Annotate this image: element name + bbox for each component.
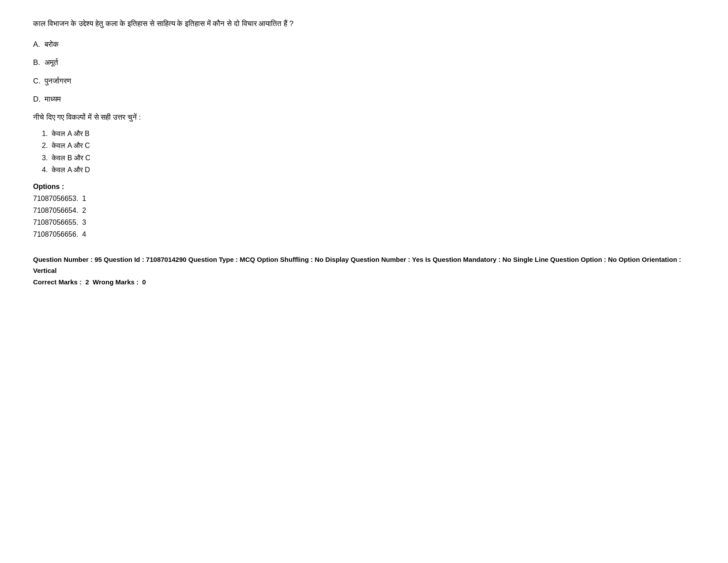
- correct-marks-label: Correct Marks :: [33, 278, 82, 286]
- option-d-label: D.: [33, 95, 41, 103]
- choice-4-text: केवल A और D: [52, 166, 90, 174]
- option-id-1: 71087056653. 1: [33, 193, 695, 204]
- option-id-1-value: 71087056653.: [33, 195, 78, 202]
- wrong-marks-value: 0: [142, 278, 146, 286]
- option-id-2: 71087056654. 2: [33, 204, 695, 216]
- option-id-3-value: 71087056655.: [33, 219, 78, 226]
- option-a-text: बरोक: [45, 40, 59, 49]
- option-c-label: C.: [33, 77, 41, 85]
- choices-list: 1. केवल A और B 2. केवल A और C 3. केवल B …: [42, 128, 695, 176]
- choice-3-number: 3.: [42, 154, 48, 162]
- option-b: B. अमूर्त: [33, 57, 695, 68]
- option-a-label: A.: [33, 40, 40, 49]
- choice-2: 2. केवल A और C: [42, 140, 695, 151]
- choice-1-number: 1.: [42, 130, 48, 137]
- option-id-3: 71087056655. 3: [33, 216, 695, 228]
- question-text: काल विभाजन के उद्देश्य हेतु कला के इतिहा…: [33, 18, 695, 30]
- option-a: A. बरोक: [33, 38, 695, 50]
- meta-info: Question Number : 95 Question Id : 71087…: [33, 254, 695, 276]
- choice-3: 3. केवल B और C: [42, 152, 695, 164]
- marks-info: Correct Marks : 2 Wrong Marks : 0: [33, 276, 695, 288]
- option-id-4-num: 4: [82, 230, 86, 238]
- option-d-text: माध्यम: [45, 95, 61, 103]
- choice-1: 1. केवल A और B: [42, 128, 695, 140]
- option-id-1-num: 1: [82, 195, 86, 202]
- wrong-marks-label: Wrong Marks :: [93, 278, 139, 286]
- choice-3-text: केवल B और C: [52, 154, 90, 162]
- choice-2-text: केवल A और C: [52, 142, 90, 149]
- option-id-4-value: 71087056656.: [33, 230, 78, 238]
- option-ids-list: 71087056653. 1 71087056654. 2 7108705665…: [33, 193, 695, 241]
- sub-question-text: नीचे दिए गए विकल्पों में से सही उत्तर चु…: [33, 111, 695, 123]
- options-list: A. बरोक B. अमूर्त C. पुनर्जागरण D. माध्य…: [33, 38, 695, 105]
- correct-marks-value: 2: [85, 278, 89, 286]
- question-container: काल विभाजन के उद्देश्य हेतु कला के इतिहा…: [33, 18, 695, 287]
- choice-2-number: 2.: [42, 142, 48, 149]
- option-b-label: B.: [33, 58, 40, 67]
- option-id-4: 71087056656. 4: [33, 228, 695, 240]
- choice-4: 4. केवल A और D: [42, 164, 695, 176]
- option-d: D. माध्यम: [33, 93, 695, 105]
- option-b-text: अमूर्त: [45, 58, 58, 67]
- choice-4-number: 4.: [42, 166, 48, 174]
- option-c-text: पुनर्जागरण: [45, 77, 71, 85]
- choice-1-text: केवल A और B: [52, 130, 90, 137]
- option-id-2-value: 71087056654.: [33, 207, 78, 214]
- option-id-2-num: 2: [82, 207, 86, 214]
- option-c: C. पुनर्जागरण: [33, 75, 695, 87]
- option-id-3-num: 3: [82, 219, 86, 226]
- options-label: Options :: [33, 183, 695, 191]
